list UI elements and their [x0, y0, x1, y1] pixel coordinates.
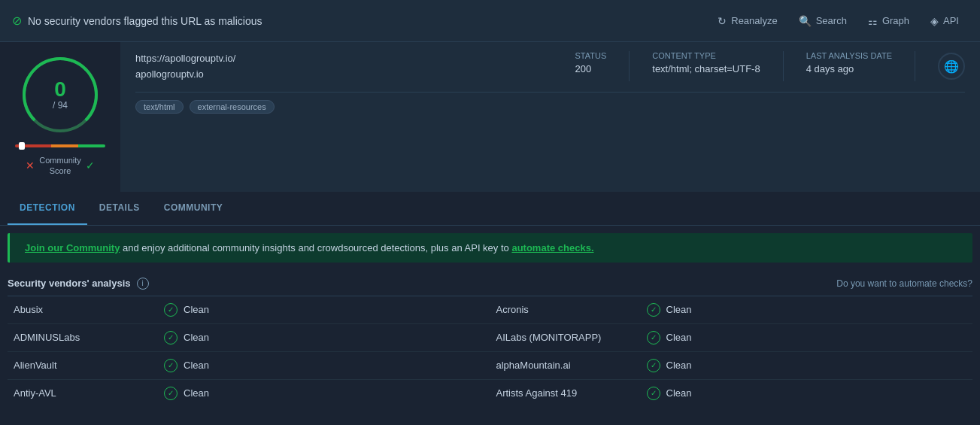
score-bar-track: [15, 144, 105, 147]
tabs-bar: DETECTION DETAILS COMMUNITY: [0, 192, 980, 226]
vendor-status-acronis: ✓ Clean: [647, 303, 692, 317]
url-meta: Status 200 Content type text/html; chars…: [575, 51, 966, 81]
tag-external-resources: external-resources: [190, 100, 275, 114]
reanalyze-icon: ↻: [718, 15, 727, 27]
community-dislike-icon[interactable]: ✕: [26, 159, 35, 172]
vendor-row-abusix: Abusix ✓ Clean: [8, 296, 490, 324]
url-text: https://apollogrouptv.io/ apollogrouptv.…: [135, 51, 235, 83]
top-header: ⊘ No security vendors flagged this URL a…: [0, 0, 980, 42]
vendor-status-abusix: ✓ Clean: [164, 303, 209, 317]
check-icon-antiy: ✓: [164, 387, 177, 400]
security-header: Security vendors' analysis i Do you want…: [8, 270, 972, 296]
score-number: 0: [54, 79, 66, 100]
vendor-row-acronis: Acronis ✓ Clean: [490, 296, 973, 324]
status-check-icon: ⊘: [12, 14, 22, 28]
last-analysis-group: Last Analysis Date 4 days ago: [806, 51, 892, 74]
vendor-status-antiy: ✓ Clean: [164, 387, 209, 400]
score-bar-thumb: [19, 142, 25, 150]
vendor-row-artists: Artists Against 419 ✓ Clean: [490, 380, 973, 407]
automate-text: Do you want to automate checks?: [836, 278, 972, 289]
reanalyze-button[interactable]: ↻ Reanalyze: [708, 11, 786, 32]
vendors-table: Abusix ✓ Clean ADMINUSLabs ✓ Clean Alien…: [8, 296, 972, 407]
status-group: Status 200: [575, 51, 607, 74]
tags-row: text/html external-resources: [135, 100, 965, 114]
join-community-link[interactable]: Join our Community: [25, 242, 120, 253]
graph-button[interactable]: ⚏ Graph: [859, 11, 918, 32]
tab-community[interactable]: COMMUNITY: [152, 192, 235, 225]
check-icon-alphamountain: ✓: [647, 359, 660, 372]
community-score-text: Community Score: [39, 155, 81, 177]
content-type-group: Content type text/html; charset=UTF-8: [652, 51, 760, 74]
web-icon: 🌐: [938, 53, 965, 80]
vendor-name-antiy: Antiy-AVL: [14, 387, 164, 399]
community-banner: Join our Community and enjoy additional …: [8, 233, 972, 263]
graph-icon: ⚏: [868, 15, 878, 27]
meta-divider-2: [783, 51, 784, 81]
score-total: / 94: [53, 100, 68, 111]
header-status-text: No security vendors flagged this URL as …: [28, 15, 262, 27]
score-bar-wrapper: [15, 144, 105, 147]
security-section: Security vendors' analysis i Do you want…: [8, 270, 972, 407]
vendor-name-alphamountain: alphaMountain.ai: [496, 360, 647, 371]
url-row: https://apollogrouptv.io/ apollogrouptv.…: [135, 51, 965, 93]
vendor-status-artists: ✓ Clean: [647, 387, 692, 400]
vendor-status-alienvault: ✓ Clean: [164, 359, 209, 372]
vendor-name-acronis: Acronis: [496, 304, 647, 315]
vendor-name-artists: Artists Against 419: [496, 387, 647, 399]
vendor-name-adminuslabs: ADMINUSLabs: [14, 332, 164, 343]
info-icon[interactable]: i: [137, 278, 149, 290]
search-icon: 🔍: [799, 15, 812, 27]
score-panel: 0 / 94 ✕ Community Score ✓: [0, 42, 120, 192]
vendors-right-col: Acronis ✓ Clean AILabs (MONITORAPP) ✓ Cl…: [490, 296, 973, 407]
score-circle: 0 / 94: [23, 57, 98, 132]
security-title: Security vendors' analysis: [8, 278, 131, 289]
vendor-name-alienvault: AlienVault: [14, 360, 164, 371]
check-icon-abusix: ✓: [164, 303, 177, 317]
header-actions: ↻ Reanalyze 🔍 Search ⚏ Graph ◈ API: [708, 11, 968, 32]
check-icon-acronis: ✓: [647, 303, 660, 317]
status-value: 200: [575, 63, 607, 74]
header-left: ⊘ No security vendors flagged this URL a…: [12, 14, 262, 28]
check-icon-artists: ✓: [647, 387, 660, 400]
info-panel: https://apollogrouptv.io/ apollogrouptv.…: [120, 42, 980, 192]
security-header-left: Security vendors' analysis i: [8, 278, 149, 290]
main-wrapper: 0 / 94 ✕ Community Score ✓ https://apoll…: [0, 42, 980, 192]
vendors-left-col: Abusix ✓ Clean ADMINUSLabs ✓ Clean Alien…: [8, 296, 490, 407]
last-analysis-value: 4 days ago: [806, 63, 892, 74]
status-label: Status: [575, 51, 607, 60]
check-icon-ailabs: ✓: [647, 331, 660, 345]
vendor-row-adminuslabs: ADMINUSLabs ✓ Clean: [8, 324, 490, 352]
content-type-value: text/html; charset=UTF-8: [652, 63, 760, 74]
vendor-status-alphamountain: ✓ Clean: [647, 359, 692, 372]
community-score-row: ✕ Community Score ✓: [26, 155, 95, 177]
meta-divider-1: [629, 51, 630, 81]
tab-detection[interactable]: DETECTION: [8, 192, 87, 225]
check-icon-adminuslabs: ✓: [164, 331, 177, 345]
api-icon: ◈: [930, 15, 939, 27]
vendor-row-alphamountain: alphaMountain.ai ✓ Clean: [490, 352, 973, 380]
vendor-name-abusix: Abusix: [14, 304, 164, 315]
content-type-label: Content type: [652, 51, 760, 60]
community-like-icon[interactable]: ✓: [86, 159, 95, 172]
vendor-row-alienvault: AlienVault ✓ Clean: [8, 352, 490, 380]
search-button[interactable]: 🔍 Search: [790, 11, 856, 32]
api-button[interactable]: ◈ API: [921, 11, 968, 32]
tag-text-html: text/html: [135, 100, 184, 114]
vendor-row-antiy: Antiy-AVL ✓ Clean: [8, 380, 490, 407]
vendor-name-ailabs: AILabs (MONITORAPP): [496, 332, 647, 343]
vendor-status-ailabs: ✓ Clean: [647, 331, 692, 345]
vendor-status-adminuslabs: ✓ Clean: [164, 331, 209, 345]
check-icon-alienvault: ✓: [164, 359, 177, 372]
tab-details[interactable]: DETAILS: [87, 192, 152, 225]
meta-divider-3: [915, 51, 915, 81]
last-analysis-label: Last Analysis Date: [806, 51, 892, 60]
vendor-row-ailabs: AILabs (MONITORAPP) ✓ Clean: [490, 324, 973, 352]
automate-checks-link[interactable]: automate checks.: [511, 242, 593, 253]
